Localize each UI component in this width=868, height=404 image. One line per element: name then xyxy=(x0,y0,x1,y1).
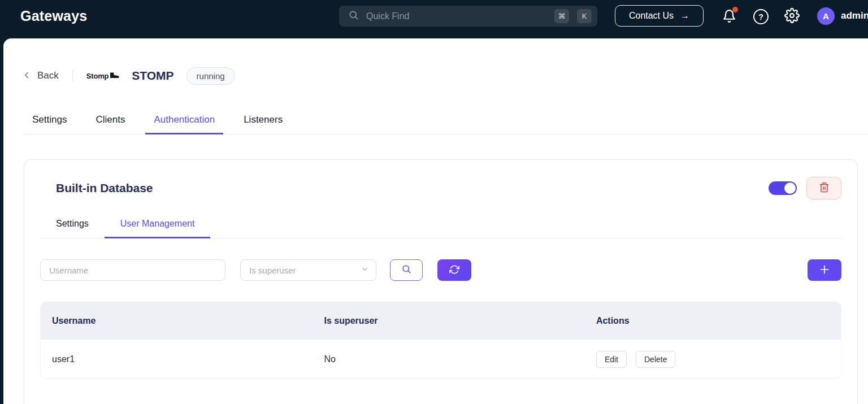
cell-username: user1 xyxy=(41,354,313,364)
cell-superuser: No xyxy=(313,354,584,364)
users-table: Username Is superuser Actions user1 No E… xyxy=(40,302,841,379)
help-button[interactable]: ? xyxy=(753,9,769,24)
tab-authentication[interactable]: Authentication xyxy=(145,114,223,134)
col-header-username: Username xyxy=(41,316,313,326)
chevron-left-icon xyxy=(21,70,32,82)
filter-row: Is superuser xyxy=(40,259,841,281)
arrow-right-icon: → xyxy=(680,11,689,21)
table-header: Username Is superuser Actions xyxy=(41,302,841,339)
tab-listeners[interactable]: Listeners xyxy=(235,114,291,134)
stomp-logo: Stomp xyxy=(86,71,120,81)
subtab-settings[interactable]: Settings xyxy=(40,219,105,238)
quick-find[interactable]: ⌘ K xyxy=(339,6,597,27)
notification-dot xyxy=(732,7,738,12)
topbar: Gateways ⌘ K Contact Us → ? A admin xyxy=(0,0,868,38)
search-icon xyxy=(401,264,412,276)
user-name-label: admin xyxy=(841,10,868,21)
refresh-icon xyxy=(449,264,459,276)
card-header: Built-in Database xyxy=(24,160,857,199)
settings-button[interactable] xyxy=(784,8,800,25)
toggle-knob xyxy=(784,183,796,194)
delete-auth-button[interactable] xyxy=(806,177,841,199)
kbd-k-key: K xyxy=(577,9,592,23)
avatar-initial: A xyxy=(823,11,829,21)
header-divider xyxy=(72,70,73,81)
delete-button[interactable]: Delete xyxy=(636,351,675,368)
back-label: Back xyxy=(37,70,59,81)
bell-icon xyxy=(722,9,736,25)
boot-icon xyxy=(110,71,120,81)
tab-settings[interactable]: Settings xyxy=(24,114,75,134)
tab-clients[interactable]: Clients xyxy=(87,114,133,134)
status-badge: running xyxy=(186,67,235,85)
search-icon xyxy=(348,10,359,23)
gateway-header-row: Back Stomp STOMP running xyxy=(21,66,868,86)
superuser-select-placeholder: Is superuser xyxy=(249,266,361,275)
username-filter-input[interactable] xyxy=(40,259,225,281)
back-button[interactable]: Back xyxy=(21,70,59,82)
chevron-down-icon xyxy=(361,265,369,275)
col-header-superuser: Is superuser xyxy=(313,316,584,326)
notifications-button[interactable] xyxy=(722,9,736,25)
cell-actions: Edit Delete xyxy=(585,351,841,368)
subtab-user-management[interactable]: User Management xyxy=(105,219,211,238)
gear-icon xyxy=(784,16,800,25)
avatar[interactable]: A xyxy=(817,7,835,25)
trash-icon xyxy=(819,182,830,194)
add-user-button[interactable] xyxy=(808,259,841,281)
page-title: Gateways xyxy=(20,8,87,24)
gateway-tabs: Settings Clients Authentication Listener… xyxy=(24,114,868,134)
superuser-filter-select[interactable]: Is superuser xyxy=(240,259,376,281)
content-sheet: Back Stomp STOMP running Settings Client… xyxy=(3,38,868,404)
edit-button[interactable]: Edit xyxy=(596,351,627,368)
enable-toggle[interactable] xyxy=(769,181,797,195)
card-subtabs: Settings User Management xyxy=(40,219,841,238)
authentication-card: Built-in Database Settings User Manageme… xyxy=(24,159,858,404)
plus-icon xyxy=(819,264,830,277)
gateway-name: STOMP xyxy=(132,69,173,82)
table-row: user1 No Edit Delete xyxy=(41,339,841,379)
contact-us-label: Contact Us xyxy=(629,11,674,21)
help-icon: ? xyxy=(758,12,763,21)
quick-find-input[interactable] xyxy=(366,11,546,21)
kbd-command-key: ⌘ xyxy=(554,9,569,23)
stomp-logo-text: Stomp xyxy=(86,72,108,80)
contact-us-button[interactable]: Contact Us → xyxy=(615,5,704,27)
refresh-button[interactable] xyxy=(437,259,471,281)
col-header-actions: Actions xyxy=(585,316,841,326)
card-header-actions xyxy=(769,177,841,199)
search-button[interactable] xyxy=(390,259,423,281)
card-title: Built-in Database xyxy=(56,181,153,195)
